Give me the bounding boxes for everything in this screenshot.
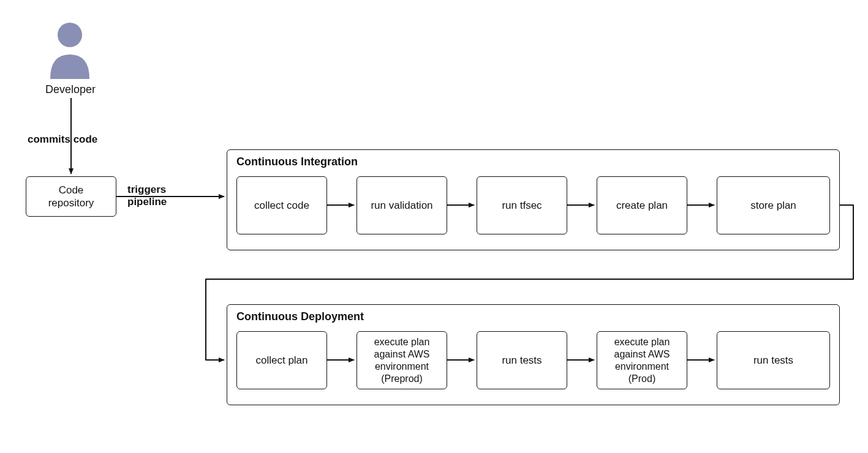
cd-step-execute-prod: execute plan against AWS environment (Pr… <box>597 331 687 389</box>
ci-title: Continuous Integration <box>236 155 358 168</box>
developer-label: Developer <box>37 83 104 96</box>
ci-step-store-plan: store plan <box>717 176 830 234</box>
ci-step-run-tfsec: run tfsec <box>477 176 567 234</box>
cd-title: Continuous Deployment <box>236 310 364 323</box>
ci-step-create-plan: create plan <box>597 176 687 234</box>
code-repo-label-line2: repository <box>48 197 94 209</box>
diagram-canvas: Developer Code repository commits code t… <box>0 0 868 453</box>
code-repository-node: Code repository <box>26 176 116 217</box>
cd-step-collect-plan: collect plan <box>236 331 327 389</box>
code-repo-label-line1: Code <box>59 184 84 196</box>
svg-point-0 <box>58 23 82 47</box>
ci-step-collect-code: collect code <box>236 176 327 234</box>
edge-label-commits: commits code <box>28 133 97 146</box>
cd-step-run-tests-1: run tests <box>477 331 567 389</box>
cd-step-execute-preprod: execute plan against AWS environment (Pr… <box>357 331 447 389</box>
cd-step-run-tests-2: run tests <box>717 331 830 389</box>
edge-label-triggers: triggers pipeline <box>127 184 167 209</box>
ci-step-run-validation: run validation <box>357 176 447 234</box>
developer-actor-icon <box>48 18 92 79</box>
